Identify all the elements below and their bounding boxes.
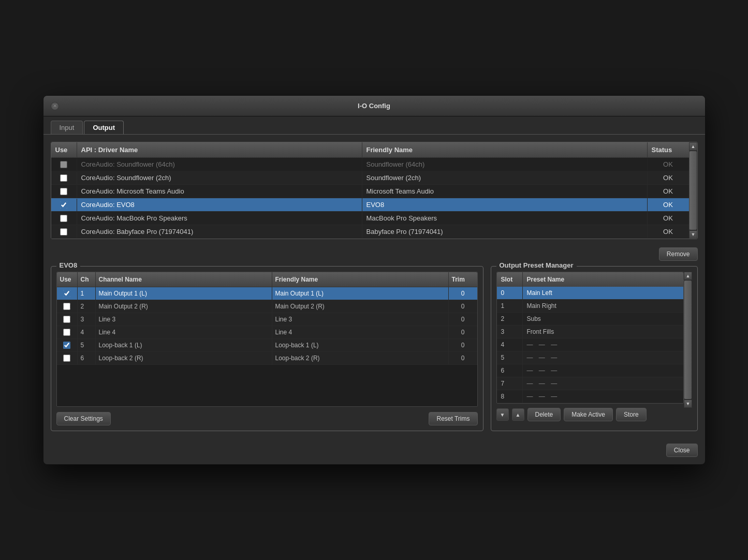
ch-num: 2 bbox=[78, 300, 96, 313]
api-driver-cell: CoreAudio: Soundflower (2ch) bbox=[77, 171, 362, 184]
scroll-up-button[interactable]: ▲ bbox=[689, 142, 697, 151]
slot-num: 1 bbox=[497, 300, 523, 312]
preset-down-button[interactable]: ▼ bbox=[496, 408, 509, 421]
preset-row[interactable]: 6 — — — bbox=[497, 364, 683, 377]
remove-button-row: Remove bbox=[51, 244, 698, 264]
use-checkbox[interactable] bbox=[60, 228, 67, 235]
ch-friendly: Loop-back 2 (R) bbox=[272, 352, 449, 364]
use-cell[interactable] bbox=[51, 185, 77, 198]
preset-up-button[interactable]: ▲ bbox=[512, 408, 524, 421]
reset-trims-button[interactable]: Reset Trims bbox=[429, 412, 477, 425]
use-checkbox[interactable] bbox=[60, 201, 67, 209]
ch-use-cell[interactable] bbox=[57, 339, 78, 351]
ch-trim: 0 bbox=[449, 339, 477, 351]
device-table-scrollbar[interactable]: ▲ ▼ bbox=[689, 142, 697, 239]
ch-use-checkbox[interactable] bbox=[63, 303, 70, 310]
device-table-header: Use API : Driver Name Friendly Name Stat… bbox=[51, 142, 689, 158]
ch-use-checkbox[interactable] bbox=[63, 316, 70, 323]
remove-button[interactable]: Remove bbox=[659, 247, 698, 261]
ch-use-checkbox[interactable] bbox=[63, 290, 70, 297]
channel-row[interactable]: 3 Line 3 Line 3 0 bbox=[57, 313, 477, 326]
preset-scrollbar[interactable]: ▲ ▼ bbox=[684, 272, 692, 408]
ch-friendly: Loop-back 1 (L) bbox=[272, 339, 449, 351]
ch-use-cell[interactable] bbox=[57, 326, 78, 338]
use-checkbox[interactable] bbox=[60, 161, 67, 168]
channel-table: Use Ch Channel Name Friendly Name Trim 1… bbox=[56, 272, 478, 407]
clear-settings-button[interactable]: Clear Settings bbox=[56, 412, 111, 425]
scroll-thumb[interactable] bbox=[690, 151, 697, 230]
use-checkbox[interactable] bbox=[60, 215, 67, 222]
device-table-scroll-container: Use API : Driver Name Friendly Name Stat… bbox=[51, 142, 697, 239]
ch-use-checkbox[interactable] bbox=[63, 355, 70, 362]
preset-manager-panel: Output Preset Manager Slot Preset Name 0… bbox=[491, 266, 698, 431]
ch-name: Loop-back 1 (L) bbox=[96, 339, 272, 351]
preset-row[interactable]: 3 Front Fills bbox=[497, 326, 683, 338]
preset-row[interactable]: 2 Subs bbox=[497, 313, 683, 326]
evo8-bottom-buttons: Clear Settings Reset Trims bbox=[56, 412, 478, 425]
ch-friendly: Line 3 bbox=[272, 313, 449, 326]
use-cell[interactable] bbox=[51, 158, 77, 171]
use-checkbox[interactable] bbox=[60, 174, 67, 182]
preset-row[interactable]: 7 — — — bbox=[497, 377, 683, 390]
use-cell[interactable] bbox=[51, 212, 77, 225]
api-driver-cell: CoreAudio: Soundflower (64ch) bbox=[77, 158, 362, 171]
close-button[interactable]: Close bbox=[666, 444, 698, 457]
use-cell[interactable] bbox=[51, 172, 77, 184]
ch-trim: 0 bbox=[449, 313, 477, 326]
preset-row[interactable]: 0 Main Left bbox=[497, 287, 683, 300]
delete-button[interactable]: Delete bbox=[527, 408, 561, 421]
ch-use-cell[interactable] bbox=[57, 313, 78, 326]
close-window-button[interactable]: ✕ bbox=[51, 102, 59, 110]
scroll-down-button[interactable]: ▼ bbox=[689, 230, 697, 239]
device-table-main: Use API : Driver Name Friendly Name Stat… bbox=[51, 142, 689, 239]
friendly-cell: EVO8 bbox=[362, 198, 648, 211]
preset-row[interactable]: 5 — — — bbox=[497, 351, 683, 364]
status-cell: OK bbox=[648, 225, 689, 238]
channel-row[interactable]: 5 Loop-back 1 (L) Loop-back 1 (L) 0 bbox=[57, 339, 477, 352]
status-cell: OK bbox=[648, 198, 689, 211]
preset-scroll-down[interactable]: ▼ bbox=[684, 400, 692, 408]
preset-name: — — — bbox=[523, 377, 683, 390]
tab-output[interactable]: Output bbox=[84, 121, 124, 134]
friendly-cell: Microsoft Teams Audio bbox=[362, 185, 648, 198]
slot-num: 6 bbox=[497, 364, 523, 377]
ch-use-cell[interactable] bbox=[57, 287, 78, 300]
use-cell[interactable] bbox=[51, 226, 77, 238]
tab-input[interactable]: Input bbox=[51, 121, 83, 134]
preset-row[interactable]: 1 Main Right bbox=[497, 300, 683, 313]
table-row[interactable]: CoreAudio: EVO8 EVO8 OK bbox=[51, 198, 689, 212]
preset-name: Subs bbox=[523, 313, 683, 325]
slot-num: 2 bbox=[497, 313, 523, 325]
ch-use-checkbox[interactable] bbox=[63, 329, 70, 336]
ch-num: 3 bbox=[78, 313, 96, 326]
api-driver-cell: CoreAudio: Babyface Pro (71974041) bbox=[77, 225, 362, 238]
ch-use-checkbox[interactable] bbox=[63, 342, 70, 349]
ch-name: Line 4 bbox=[96, 326, 272, 338]
preset-name: Front Fills bbox=[523, 326, 683, 338]
preset-scroll-thumb[interactable] bbox=[684, 281, 692, 399]
channel-row[interactable]: 6 Loop-back 2 (R) Loop-back 2 (R) 0 bbox=[57, 352, 477, 365]
table-row: CoreAudio: Soundflower (64ch) Soundflowe… bbox=[51, 158, 689, 171]
use-checkbox[interactable] bbox=[60, 188, 67, 195]
channel-table-header: Use Ch Channel Name Friendly Name Trim bbox=[57, 272, 477, 287]
ch-name: Main Output 1 (L) bbox=[96, 287, 272, 300]
preset-name: Main Right bbox=[523, 300, 683, 312]
channel-row[interactable]: 4 Line 4 Line 4 0 bbox=[57, 326, 477, 339]
slot-num: 5 bbox=[497, 351, 523, 364]
preset-row[interactable]: 4 — — — bbox=[497, 338, 683, 351]
footer: Close bbox=[43, 438, 705, 464]
preset-scroll-up[interactable]: ▲ bbox=[684, 272, 692, 280]
channel-row[interactable]: 2 Main Output 2 (R) Main Output 2 (R) 0 bbox=[57, 300, 477, 313]
status-cell: OK bbox=[648, 158, 689, 171]
ch-use-cell[interactable] bbox=[57, 300, 78, 313]
ch-name: Main Output 2 (R) bbox=[96, 300, 272, 313]
preset-row[interactable]: 8 — — — bbox=[497, 390, 683, 403]
use-cell[interactable] bbox=[51, 199, 77, 211]
ch-use-cell[interactable] bbox=[57, 352, 78, 364]
preset-table-scroll-container: Slot Preset Name 0 Main Left 1 Main Righ… bbox=[496, 272, 692, 408]
table-row: CoreAudio: Babyface Pro (71974041) Babyf… bbox=[51, 225, 689, 239]
make-active-button[interactable]: Make Active bbox=[564, 408, 613, 421]
store-button[interactable]: Store bbox=[616, 408, 647, 421]
content-area: Use API : Driver Name Friendly Name Stat… bbox=[43, 135, 705, 438]
channel-row[interactable]: 1 Main Output 1 (L) Main Output 1 (L) 0 bbox=[57, 287, 477, 300]
